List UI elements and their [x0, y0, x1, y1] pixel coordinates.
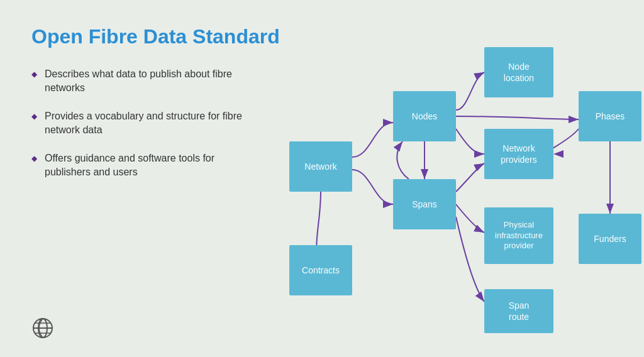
bullet-item-3: ◆ Offers guidance and software tools for… [31, 151, 258, 180]
bullet-item-1: ◆ Describes what data to publish about f… [31, 67, 258, 96]
box-node-location: Nodelocation [484, 47, 553, 97]
box-funders: Funders [579, 214, 641, 264]
bullet-icon-1: ◆ [31, 69, 37, 80]
bullet-text-2: Provides a vocabulary and structure for … [45, 109, 258, 138]
slide: Open Fibre Data Standard ◆ Describes wha… [0, 0, 644, 357]
globe-icon [31, 317, 54, 339]
box-network: Network [289, 141, 352, 192]
box-nodes: Nodes [393, 91, 456, 141]
bullet-list: ◆ Describes what data to publish about f… [31, 67, 258, 179]
bullet-item-2: ◆ Provides a vocabulary and structure fo… [31, 109, 258, 138]
bullet-icon-3: ◆ [31, 153, 37, 164]
box-phases: Phases [579, 91, 641, 141]
box-contracts: Contracts [289, 245, 352, 295]
bullet-text-3: Offers guidance and software tools for p… [45, 151, 258, 180]
bullet-icon-2: ◆ [31, 111, 37, 122]
box-span-route: Spanroute [484, 289, 553, 333]
box-physical-infra: Physicalinfrastructureprovider [484, 207, 553, 264]
bullet-text-1: Describes what data to publish about fib… [45, 67, 258, 96]
box-spans: Spans [393, 179, 456, 229]
diagram: Network Nodes Spans Contracts Nodelocati… [270, 19, 635, 339]
box-network-providers: Networkproviders [484, 129, 553, 179]
